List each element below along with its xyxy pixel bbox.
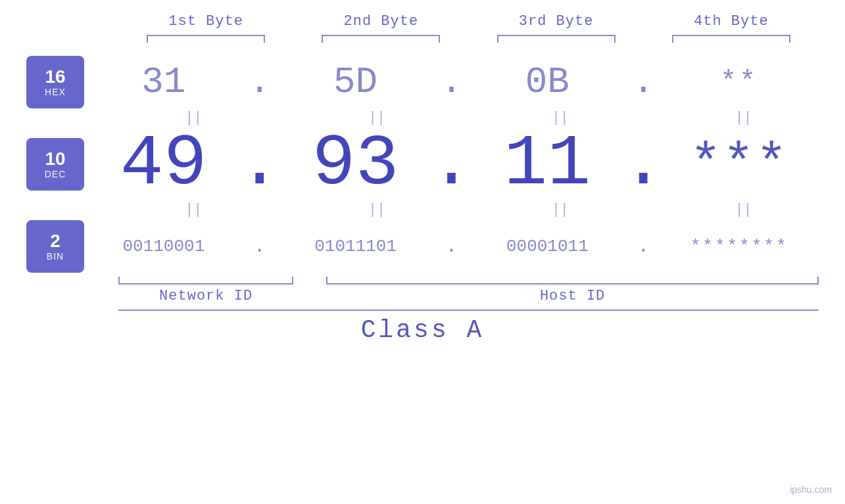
hex-row: 16 HEX 31 . 5D . 0B . ** <box>26 56 819 108</box>
host-id-label: Host ID <box>326 288 819 304</box>
dec-b3-value: 11 <box>504 128 591 200</box>
hex-dot-2: . <box>441 61 463 103</box>
dec-b4-value: *** <box>690 135 788 195</box>
hex-byte3: 0B <box>468 61 627 103</box>
bin-sep1: . <box>243 235 276 258</box>
bin-badge-number: 2 <box>50 231 60 252</box>
dec-sep1: . <box>243 128 276 200</box>
dec-dot-2: . <box>430 128 473 200</box>
hex-byte4: ** <box>660 66 819 98</box>
bin-dot-2: . <box>445 235 457 258</box>
hex-values-row: 31 . 5D . 0B . ** <box>84 61 819 103</box>
id-labels-row: Network ID Host ID <box>118 288 819 304</box>
hex-b3-value: 0B <box>525 61 569 103</box>
byte4-header: 4th Byte <box>644 13 819 30</box>
hex-badge-label: HEX <box>45 87 66 97</box>
hex-dot-3: . <box>632 61 654 103</box>
bracket-cell-2 <box>293 35 468 43</box>
class-a-label: Class A <box>361 316 485 344</box>
hex-badge-number: 16 <box>45 67 65 87</box>
dec-b2-value: 93 <box>312 128 399 200</box>
top-bracket-2 <box>322 35 440 43</box>
watermark: ipshu.com <box>790 484 832 495</box>
bin-byte1: 00110001 <box>84 237 243 256</box>
eq1-b4: || <box>668 108 819 128</box>
byte3-header: 3rd Byte <box>469 13 644 30</box>
hex-sep1: . <box>243 61 276 103</box>
eq2-sep3 <box>635 200 668 220</box>
hex-dot-1: . <box>249 61 271 103</box>
hex-sep3: . <box>627 61 660 103</box>
dec-sep3: . <box>627 128 660 200</box>
bin-badge: 2 BIN <box>26 220 84 273</box>
class-bottom-bracket <box>118 309 819 311</box>
bin-b2-value: 01011101 <box>314 237 397 256</box>
hex-byte1: 31 <box>84 61 243 103</box>
bin-b3-value: 00001011 <box>506 237 589 256</box>
bracket-sep-spacer <box>293 277 326 285</box>
main-container: 1st Byte 2nd Byte 3rd Byte 4th Byte 16 H… <box>0 0 845 504</box>
eq2-b4: || <box>668 200 819 220</box>
hex-b4-value: ** <box>720 66 758 98</box>
top-bracket-4 <box>672 35 790 43</box>
eq2-b3: || <box>485 200 636 220</box>
top-brackets <box>118 35 819 43</box>
bracket-cell-1 <box>118 35 293 43</box>
equals-row-2: || || || || <box>118 200 819 220</box>
dec-b1-value: 49 <box>120 128 207 200</box>
dec-byte4: *** <box>660 135 819 195</box>
byte2-header: 2nd Byte <box>293 13 468 30</box>
network-id-label: Network ID <box>118 288 293 304</box>
eq2-b1: || <box>118 200 269 220</box>
dec-dot-3: . <box>621 128 665 200</box>
dec-byte3: 11 <box>468 128 627 200</box>
bin-sep2: . <box>435 235 468 258</box>
dec-values-row: 49 . 93 . 11 . *** <box>84 128 819 200</box>
dec-badge-number: 10 <box>45 149 65 170</box>
hex-b2-value: 5D <box>333 61 377 103</box>
bracket-cell-3 <box>469 35 644 43</box>
bin-b1-value: 00110001 <box>122 237 205 256</box>
id-sep-spacer <box>293 288 326 304</box>
bin-byte4: ******** <box>660 237 819 256</box>
bin-byte2: 01011101 <box>276 237 435 256</box>
dec-badge: 10 DEC <box>26 138 84 191</box>
bin-values-row: 00110001 . 01011101 . 00001011 . *******… <box>84 235 819 258</box>
bracket-cell-4 <box>644 35 819 43</box>
byte-headers-row: 1st Byte 2nd Byte 3rd Byte 4th Byte <box>118 13 819 30</box>
hex-badge: 16 HEX <box>26 56 84 108</box>
bin-b4-value: ******** <box>690 237 788 256</box>
top-bracket-3 <box>497 35 616 43</box>
dec-badge-label: DEC <box>45 169 66 179</box>
dec-byte1: 49 <box>84 128 243 200</box>
bin-dot-1: . <box>254 235 266 258</box>
dec-sep2: . <box>435 128 468 200</box>
byte1-header: 1st Byte <box>118 13 293 30</box>
bracket-host-id <box>326 277 819 285</box>
eq2-sep2 <box>452 200 485 220</box>
hex-b1-value: 31 <box>141 61 185 103</box>
class-label-row: Class A <box>26 316 819 344</box>
eq2-sep1 <box>269 200 302 220</box>
bin-row: 2 BIN 00110001 . 01011101 . 00001011 . <box>26 220 819 273</box>
dec-row: 10 DEC 49 . 93 . 11 . *** <box>26 128 819 200</box>
bin-sep3: . <box>627 235 660 258</box>
bin-byte3: 00001011 <box>468 237 627 256</box>
hex-sep2: . <box>435 61 468 103</box>
bin-dot-3: . <box>637 235 649 258</box>
hex-byte2: 5D <box>276 61 435 103</box>
top-bracket-1 <box>147 35 265 43</box>
bracket-network-id <box>118 277 293 285</box>
eq2-b2: || <box>302 200 452 220</box>
bottom-brackets <box>118 277 819 285</box>
dec-dot-1: . <box>238 128 281 200</box>
dec-byte2: 93 <box>276 128 435 200</box>
bin-badge-label: BIN <box>47 251 64 262</box>
